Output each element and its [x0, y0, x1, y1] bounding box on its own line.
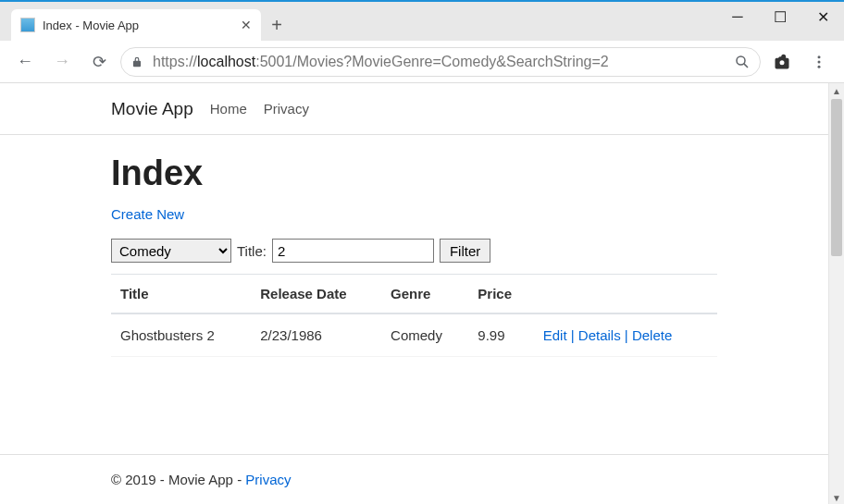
- favicon-icon: [20, 18, 35, 32]
- url-text: https://localhost:5001/Movies?MovieGenre…: [153, 54, 725, 70]
- search-form: Comedy Title: Filter: [111, 239, 717, 263]
- cell-actions: Edit | Details | Delete: [534, 313, 717, 357]
- svg-line-1: [744, 63, 748, 67]
- th-genre: Genre: [381, 275, 468, 314]
- url-host: localhost: [197, 54, 255, 69]
- nav-forward-button[interactable]: →: [46, 46, 78, 78]
- th-release: Release Date: [251, 275, 381, 314]
- account-icon[interactable]: [766, 46, 798, 78]
- lock-icon: [130, 55, 143, 68]
- cell-title: Ghostbusters 2: [111, 313, 251, 357]
- svg-point-0: [737, 56, 745, 65]
- svg-point-4: [818, 65, 821, 68]
- nav-privacy-link[interactable]: Privacy: [264, 101, 309, 117]
- th-title: Title: [111, 275, 251, 314]
- browser-tab[interactable]: Index - Movie App ✕: [11, 9, 261, 41]
- window-close-button[interactable]: ✕: [801, 2, 844, 31]
- cell-release: 2/23/1986: [251, 313, 381, 357]
- cell-price: 9.99: [468, 313, 533, 357]
- th-price: Price: [468, 275, 533, 314]
- delete-link[interactable]: Delete: [632, 327, 672, 343]
- page-footer: © 2019 - Movie App - Privacy: [0, 454, 828, 504]
- vertical-scrollbar[interactable]: ▲ ▼: [828, 83, 844, 504]
- window-maximize-button[interactable]: ☐: [759, 2, 801, 31]
- new-tab-button[interactable]: +: [261, 9, 292, 41]
- url-path: :5001/Movies?MovieGenre=Comedy&SearchStr…: [255, 54, 609, 69]
- details-link[interactable]: Details: [578, 327, 621, 343]
- scroll-down-icon[interactable]: ▼: [829, 490, 844, 504]
- search-input[interactable]: [272, 239, 434, 263]
- footer-privacy-link[interactable]: Privacy: [245, 472, 291, 487]
- browser-tab-strip: Index - Movie App ✕ + ─ ☐ ✕: [0, 2, 844, 41]
- filter-button[interactable]: Filter: [440, 239, 490, 263]
- scroll-thumb[interactable]: [831, 99, 842, 256]
- separator: |: [621, 327, 632, 343]
- title-label: Title:: [237, 243, 267, 259]
- footer-text: © 2019 - Movie App -: [111, 472, 245, 487]
- brand-link[interactable]: Movie App: [111, 99, 193, 119]
- cell-genre: Comedy: [381, 313, 468, 357]
- site-navbar: Movie App Home Privacy: [0, 83, 828, 135]
- create-new-link[interactable]: Create New: [111, 206, 184, 222]
- page-title: Index: [111, 154, 717, 193]
- table-row: Ghostbusters 2 2/23/1986 Comedy 9.99 Edi…: [111, 313, 717, 357]
- address-bar[interactable]: https://localhost:5001/Movies?MovieGenre…: [120, 47, 761, 77]
- table-header-row: Title Release Date Genre Price: [111, 275, 717, 314]
- tab-title: Index - Movie App: [43, 18, 233, 32]
- separator: |: [567, 327, 578, 343]
- scroll-up-icon[interactable]: ▲: [829, 83, 844, 99]
- nav-reload-button[interactable]: ⟳: [83, 46, 115, 78]
- edit-link[interactable]: Edit: [543, 327, 567, 343]
- th-actions: [534, 275, 717, 314]
- window-minimize-button[interactable]: ─: [716, 2, 759, 31]
- svg-point-3: [818, 60, 821, 63]
- genre-select[interactable]: Comedy: [111, 239, 231, 263]
- menu-icon[interactable]: [803, 46, 835, 78]
- nav-back-button[interactable]: ←: [9, 46, 41, 78]
- nav-home-link[interactable]: Home: [210, 101, 247, 117]
- svg-point-2: [818, 55, 821, 58]
- movies-table: Title Release Date Genre Price Ghostbust…: [111, 274, 717, 357]
- browser-toolbar: ← → ⟳ https://localhost:5001/Movies?Movi…: [0, 41, 844, 83]
- url-scheme: https://: [153, 54, 197, 69]
- zoom-icon[interactable]: [734, 54, 751, 70]
- close-tab-icon[interactable]: ✕: [241, 18, 252, 32]
